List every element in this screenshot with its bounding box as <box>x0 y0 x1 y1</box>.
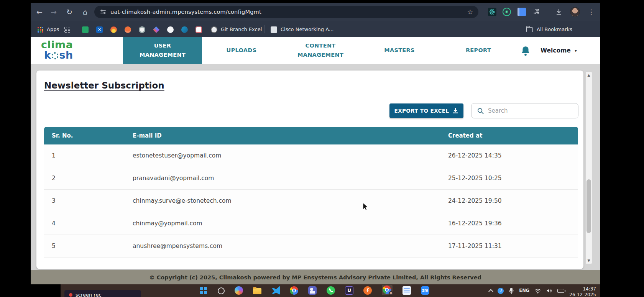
gemini-bookmark-icon[interactable] <box>153 26 159 33</box>
home-icon[interactable]: ⌂ <box>79 3 91 21</box>
volume-icon[interactable] <box>546 288 552 294</box>
chevron-down-icon: ▾ <box>575 48 577 53</box>
logo-line2: ksh <box>44 50 73 60</box>
download-icon <box>452 108 458 114</box>
bookmarks-bar: Apps ✕ Git Branch Excel Cisco Networking… <box>31 21 600 37</box>
forward-icon[interactable]: → <box>48 3 60 21</box>
vscode-icon[interactable] <box>271 286 280 295</box>
chrome-profile-badge <box>389 291 393 296</box>
wifi-icon[interactable] <box>534 288 541 294</box>
tray-expand-icon[interactable] <box>488 289 493 294</box>
chrome-active-window-icon[interactable] <box>382 285 393 295</box>
forms-bookmark-icon[interactable] <box>196 26 202 33</box>
subscription-table: Sr. No. E-mail ID Created at 1estonetest… <box>44 127 578 258</box>
url-text[interactable]: uat-climakosh-admin.mpensystems.com/conf… <box>110 9 261 15</box>
bookmarks-grid-icon[interactable] <box>64 27 70 33</box>
table-row: 3chinmay.surve@e-stonetech.com24-12-2025… <box>44 190 578 212</box>
notepad-icon[interactable] <box>402 286 411 295</box>
language-indicator[interactable]: ENG <box>519 288 529 293</box>
flame-bookmark-icon[interactable] <box>110 26 117 33</box>
scroll-up-icon[interactable]: ▲ <box>586 72 592 78</box>
nav-tab-user-management[interactable]: USER MANAGEMENT <box>123 37 202 64</box>
all-bookmarks-folder-icon[interactable] <box>526 27 533 32</box>
mouse-cursor <box>363 202 369 212</box>
export-to-excel-button[interactable]: EXPORT TO EXCEL <box>389 103 463 118</box>
tray-date: 26-12-2025 <box>569 292 596 297</box>
browser-toolbar: ← → ↻ ⌂ uat-climakosh-admin.mpensystems.… <box>31 3 600 21</box>
apps-label[interactable]: Apps <box>47 21 59 38</box>
table-row: 1estonetestuser@yopmail.com26-12-2025 14… <box>44 144 578 167</box>
nav-tab-content-management[interactable]: CONTENT MANAGEMENT <box>281 37 360 64</box>
copilot-icon[interactable] <box>235 286 243 295</box>
search-input[interactable] <box>488 107 578 114</box>
zap-app-icon[interactable] <box>363 286 372 295</box>
cell-email: estonetestuser@yopmail.com <box>133 152 448 159</box>
nav-tab-uploads[interactable]: UPLOADS <box>202 37 281 64</box>
welcome-label: Welcome <box>540 47 571 54</box>
back-icon[interactable]: ← <box>33 3 46 21</box>
scrollbar-thumb[interactable] <box>586 179 591 233</box>
battery-icon[interactable] <box>557 289 564 293</box>
x-app-bookmark-icon[interactable]: ✕ <box>96 26 103 33</box>
site-settings-icon[interactable] <box>100 10 107 14</box>
taskbar-search-icon[interactable] <box>218 287 225 294</box>
react-devtools-extension-icon[interactable] <box>488 8 496 16</box>
os-taskbar: U zm i ENG 14:37 26-12-2025 <box>61 284 600 297</box>
tray-clock[interactable]: 14:37 26-12-2025 <box>569 284 596 297</box>
all-bookmarks-label[interactable]: All Bookmarks <box>537 21 572 38</box>
nav-tab-report[interactable]: REPORT <box>439 37 518 64</box>
cell-created-at: 16-12-2025 19:36 <box>448 220 563 227</box>
vertical-scrollbar[interactable]: ▲ ▼ <box>586 72 592 264</box>
reload-icon[interactable]: ↻ <box>63 3 76 21</box>
microphone-tray-icon[interactable] <box>509 287 514 294</box>
cell-sr-no: 4 <box>44 220 133 227</box>
s-app-bookmark-icon[interactable] <box>181 26 188 33</box>
export-button-label: EXPORT TO EXCEL <box>394 108 449 114</box>
bookmark-cisco-networking[interactable]: Cisco Networking A... <box>281 21 334 38</box>
system-tray: i ENG 14:37 26-12-2025 <box>489 284 596 297</box>
sheets-bookmark-icon[interactable] <box>82 26 89 33</box>
reddit-bookmark-icon[interactable] <box>125 26 131 33</box>
search-icon <box>477 107 484 115</box>
downloads-icon[interactable] <box>553 3 565 21</box>
globe-bookmark-icon[interactable] <box>211 26 217 33</box>
welcome-menu[interactable]: Welcome ▾ <box>540 37 577 64</box>
table-row: 5anushree@mpensystems.com17-11-2025 11:3… <box>44 235 578 258</box>
notification-bell-icon[interactable] <box>521 46 531 56</box>
column-header-created-at: Created at <box>448 132 563 139</box>
zoom-app-icon[interactable]: zm <box>421 286 429 295</box>
profile-avatar[interactable] <box>570 7 580 17</box>
teams-icon[interactable] <box>308 286 317 295</box>
scroll-down-icon[interactable]: ▼ <box>586 258 592 264</box>
bookmark-star-icon[interactable]: ☆ <box>467 6 473 18</box>
whatsapp-icon[interactable] <box>327 286 335 295</box>
chrome-icon[interactable] <box>290 286 298 295</box>
site-footer: © Copyright (c) 2025, Climakosh powered … <box>31 270 600 284</box>
file-explorer-icon[interactable] <box>253 288 261 294</box>
book-extension-icon[interactable] <box>518 8 526 16</box>
column-header-sr-no: Sr. No. <box>44 132 133 139</box>
bookmark-git-branch-excel[interactable]: Git Branch Excel <box>221 21 262 38</box>
target-extension-icon[interactable] <box>503 8 511 16</box>
github-bookmark-icon[interactable] <box>167 26 174 33</box>
cisco-bookmark-icon[interactable] <box>271 26 277 33</box>
logo-gear-icon <box>51 52 59 59</box>
cell-email: anushree@mpensystems.com <box>133 243 448 249</box>
spiral-bookmark-icon[interactable] <box>139 26 145 33</box>
screen-recording-badge[interactable]: screen rec <box>64 290 141 297</box>
cell-email: chinmay.surve@e-stonetech.com <box>133 197 448 204</box>
u-app-icon[interactable]: U <box>345 286 353 295</box>
climakosh-logo[interactable]: clima ksh <box>41 39 73 60</box>
apps-grid-icon[interactable] <box>38 27 43 33</box>
browser-menu-icon[interactable]: ⋮ <box>585 3 597 21</box>
address-bar[interactable]: uat-climakosh-admin.mpensystems.com/conf… <box>94 6 478 18</box>
nav-tab-masters[interactable]: MASTERS <box>360 37 439 64</box>
search-box <box>471 103 578 118</box>
windows-start-icon[interactable] <box>199 286 208 295</box>
info-tray-icon[interactable]: i <box>498 288 504 294</box>
recording-label: screen rec <box>76 292 102 297</box>
page-title: Newsletter Subscription <box>44 80 164 90</box>
cell-sr-no: 3 <box>44 197 133 204</box>
site-header: clima ksh USER MANAGEMENTUPLOADSCONTENT … <box>31 37 600 64</box>
extensions-puzzle-icon[interactable] <box>532 8 540 16</box>
